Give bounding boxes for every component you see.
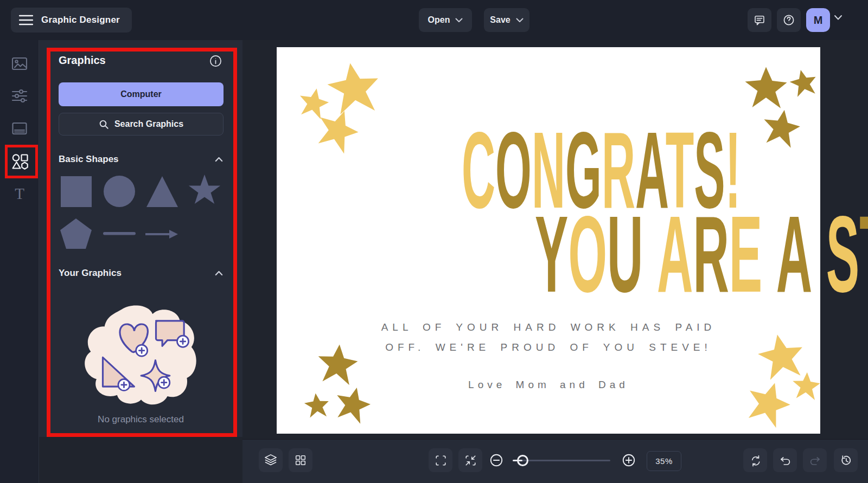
sidebar-item-images[interactable]	[10, 54, 29, 73]
zoom-level-display[interactable]: 35%	[647, 451, 681, 471]
search-graphics-label: Search Graphics	[114, 119, 183, 129]
undo-icon	[778, 453, 793, 468]
body-text[interactable]: ALL OF YOUR HARD WORK HAS PAID OFF. WE'R…	[277, 317, 820, 357]
canvas-stage: CONGRATS! YOU ARE A STAR! ALL OF YOUR HA…	[242, 40, 868, 439]
star-graphic[interactable]	[787, 66, 820, 100]
zoom-slider-knob[interactable]	[517, 455, 528, 466]
account-chevron-down-icon[interactable]	[834, 15, 843, 21]
refresh-button[interactable]	[743, 448, 767, 472]
layers-icon	[263, 453, 278, 468]
help-icon	[781, 12, 796, 28]
computer-button-label: Computer	[120, 89, 162, 99]
empty-graphics-illustration	[75, 301, 205, 407]
tool-rail: T	[0, 40, 39, 483]
undo-button[interactable]	[773, 448, 797, 472]
sidebar-item-adjust[interactable]	[10, 86, 29, 106]
refresh-icon	[748, 453, 763, 468]
search-icon	[99, 119, 109, 130]
comment-icon	[752, 13, 767, 27]
avatar[interactable]: M	[806, 8, 830, 32]
your-graphics-title: Your Graphics	[59, 268, 122, 279]
info-icon[interactable]	[209, 55, 222, 67]
body-text-line2: OFF. WE'RE PROUD OF YOU STEVE!	[277, 337, 820, 357]
shape-triangle[interactable]	[146, 176, 178, 207]
sidebar-item-shapes[interactable]	[10, 152, 29, 171]
shape-circle[interactable]	[104, 176, 135, 207]
layers-button[interactable]	[259, 448, 283, 472]
save-button[interactable]: Save	[484, 8, 529, 32]
computer-button[interactable]: Computer	[59, 82, 224, 106]
shape-pentagon[interactable]	[59, 217, 93, 251]
svg-text:T: T	[15, 185, 24, 202]
fit-to-screen-button[interactable]	[458, 448, 482, 472]
fullscreen-icon	[433, 453, 448, 468]
basic-shapes-header[interactable]: Basic Shapes	[59, 153, 223, 165]
zoom-in-icon	[622, 453, 636, 467]
history-button[interactable]	[834, 448, 858, 472]
text-icon: T	[10, 184, 29, 203]
open-button[interactable]: Open	[419, 8, 472, 32]
canvas-toolbar: 35%	[242, 439, 868, 483]
panel-title: Graphics	[59, 54, 106, 67]
empty-graphics-text: No graphics selected	[39, 414, 242, 425]
search-graphics-button[interactable]: Search Graphics	[59, 113, 224, 136]
top-bar: Graphic Designer Open Save M	[0, 0, 868, 40]
zoom-out-icon	[489, 453, 503, 467]
zoom-in-button[interactable]	[621, 453, 636, 468]
star-graphic[interactable]	[303, 391, 331, 420]
body-text-line1: ALL OF YOUR HARD WORK HAS PAID	[277, 317, 820, 337]
graphics-panel: Graphics Computer Search Graphics Basic …	[39, 40, 242, 437]
help-button[interactable]	[777, 8, 801, 32]
chevron-up-icon	[215, 157, 223, 162]
image-icon	[10, 54, 29, 73]
headline-line2[interactable]: YOU ARE A STAR!	[277, 200, 820, 308]
redo-icon	[808, 453, 822, 468]
grid-button[interactable]	[289, 448, 312, 472]
chevron-down-icon	[516, 18, 524, 23]
shapes-icon	[10, 152, 29, 171]
zoom-slider[interactable]	[513, 460, 610, 461]
grid-icon	[293, 453, 308, 467]
zoom-level-value: 35%	[655, 456, 673, 466]
avatar-initial: M	[814, 14, 823, 27]
zoom-out-button[interactable]	[489, 453, 504, 468]
save-button-label: Save	[490, 15, 510, 25]
shape-square[interactable]	[61, 176, 92, 207]
your-graphics-header[interactable]: Your Graphics	[59, 267, 223, 279]
sliders-icon	[10, 86, 29, 106]
shape-star[interactable]	[187, 173, 222, 208]
fullscreen-button[interactable]	[429, 448, 452, 472]
fit-screen-icon	[463, 453, 478, 468]
basic-shapes-title: Basic Shapes	[59, 154, 119, 165]
shape-arrow[interactable]	[145, 229, 178, 240]
sidebar-item-layout[interactable]	[10, 119, 29, 138]
signature-text[interactable]: Love Mom and Dad	[277, 379, 820, 391]
sidebar-item-text[interactable]: T	[10, 184, 29, 203]
app-brand: Graphic Designer	[11, 8, 132, 33]
chevron-down-icon	[455, 18, 463, 23]
redo-button[interactable]	[803, 448, 827, 472]
app-title: Graphic Designer	[41, 15, 120, 25]
history-icon	[839, 453, 853, 468]
chevron-up-icon	[215, 271, 223, 276]
feedback-button[interactable]	[748, 8, 771, 32]
menu-icon[interactable]	[18, 12, 34, 28]
star-graphic[interactable]	[744, 66, 788, 110]
open-button-label: Open	[428, 15, 450, 25]
design-canvas[interactable]: CONGRATS! YOU ARE A STAR! ALL OF YOUR HA…	[277, 47, 820, 434]
shape-line[interactable]	[103, 232, 136, 235]
layout-icon	[10, 119, 29, 138]
